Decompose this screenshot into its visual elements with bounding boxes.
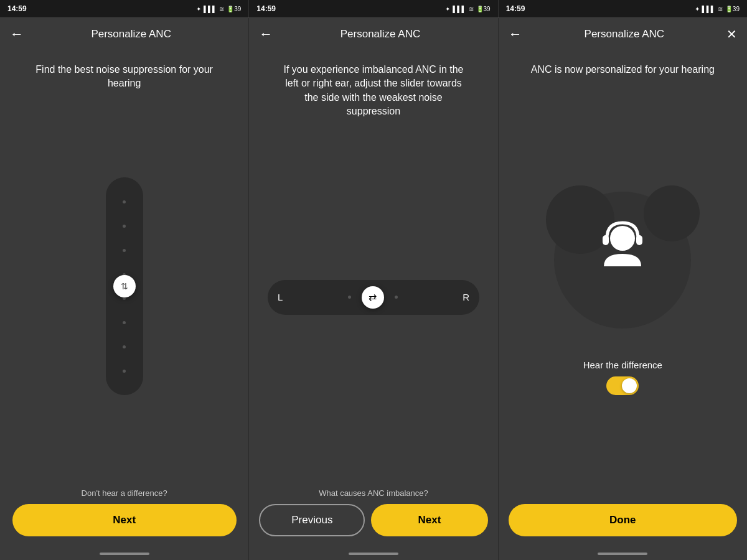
panel-2-title: Personalize ANC [273, 28, 487, 40]
wifi-icon-2: ≋ [469, 6, 474, 12]
panel-1: ← Personalize ANC Find the best noise su… [0, 18, 249, 548]
signal-icon: ▌▌▌ [204, 6, 217, 12]
panel-3: ← Personalize ANC ✕ ANC is now personali… [499, 18, 747, 548]
vertical-slider-thumb[interactable]: ⇅ [113, 275, 136, 297]
wifi-icon-3: ≋ [718, 6, 723, 12]
signal-icon-2: ▌▌▌ [453, 6, 466, 12]
vertical-slider-container: ⇅ [106, 97, 143, 476]
panel-2-buttons: Previous Next [259, 504, 487, 536]
panel-2-description: If you experience imbalanced ANC in the … [274, 63, 473, 119]
slider-dot-3 [123, 249, 126, 252]
panel-2-footer-link[interactable]: What causes ANC imbalance? [319, 488, 428, 498]
battery-icon: 🔋39 [227, 6, 241, 12]
time-1: 14:59 [7, 4, 27, 13]
vertical-slider-track[interactable]: ⇅ [106, 177, 143, 395]
headphone-icon-wrap [591, 217, 654, 281]
bluetooth-icon-3: ✦ [695, 6, 700, 12]
status-icons-1: ✦ ▌▌▌ ≋ 🔋39 [196, 6, 241, 12]
bluetooth-icon-2: ✦ [445, 6, 450, 12]
slider-dot-7 [123, 345, 126, 348]
status-bars: 14:59 ✦ ▌▌▌ ≋ 🔋39 14:59 ✦ ▌▌▌ ≋ 🔋39 14:5… [0, 0, 747, 17]
headphone-svg-icon [591, 217, 654, 279]
h-dot-1 [348, 296, 351, 299]
home-bar-2 [349, 553, 398, 555]
right-ear-cup [636, 235, 642, 245]
panel-2-footer: What causes ANC imbalance? Previous Next [249, 482, 497, 548]
thumb-arrows-icon: ⇅ [121, 282, 128, 291]
wifi-icon: ≋ [219, 6, 224, 12]
panel-1-footer-link[interactable]: Don't hear a difference? [82, 488, 167, 498]
panel-3-description: ANC is now personalized for your hearing [526, 63, 720, 77]
panel-3-title: Personalize ANC [522, 28, 726, 40]
slider-label-left: L [278, 292, 283, 302]
toggle-knob [622, 378, 637, 393]
previous-button-2[interactable]: Previous [259, 504, 365, 536]
done-button[interactable]: Done [509, 504, 737, 536]
panel-1-buttons: Next [10, 504, 238, 536]
status-icons-3: ✦ ▌▌▌ ≋ 🔋39 [695, 6, 740, 12]
close-button-3[interactable]: ✕ [726, 27, 737, 42]
panel-3-body: ANC is now personalized for your hearing [499, 50, 747, 498]
panel-1-body: Find the best noise suppression for your… [0, 50, 248, 482]
home-indicator-1 [0, 548, 249, 560]
slider-dot-2 [123, 225, 126, 228]
hear-difference-label: Hear the difference [583, 360, 662, 370]
status-bar-1: 14:59 ✦ ▌▌▌ ≋ 🔋39 [0, 0, 249, 17]
status-bar-2: 14:59 ✦ ▌▌▌ ≋ 🔋39 [249, 0, 498, 17]
panel-1-description: Find the best noise suppression for your… [25, 63, 224, 91]
home-bar-3 [598, 553, 647, 555]
left-ear-cup [603, 235, 609, 245]
h-slider-dots: ⇄ [283, 296, 463, 299]
shoulders-path [604, 254, 641, 266]
back-button-2[interactable]: ← [259, 27, 273, 41]
panel-1-title: Personalize ANC [24, 28, 238, 40]
horizontal-slider-track[interactable]: L ⇄ R [268, 280, 479, 315]
panel-1-footer: Don't hear a difference? Next [0, 482, 248, 548]
status-bar-3: 14:59 ✦ ▌▌▌ ≋ 🔋39 [499, 0, 747, 17]
slider-dot-8 [123, 370, 126, 373]
panel-2-body: If you experience imbalanced ANC in the … [249, 50, 497, 482]
battery-icon-3: 🔋39 [725, 6, 740, 12]
home-indicator-3 [499, 548, 747, 560]
next-button-2[interactable]: Next [371, 504, 487, 536]
headphone-illustration: Hear the difference [509, 77, 737, 492]
h-dot-4 [395, 296, 398, 299]
panel-2-header: ← Personalize ANC [249, 18, 497, 50]
hear-difference-toggle[interactable] [606, 376, 639, 395]
panel-3-header: ← Personalize ANC ✕ [499, 18, 747, 50]
slider-label-right: R [463, 292, 469, 302]
panel-2: ← Personalize ANC If you experience imba… [249, 18, 498, 548]
h-slider-thumb[interactable]: ⇄ [362, 286, 384, 309]
back-button-3[interactable]: ← [509, 27, 522, 41]
panel-3-footer: Done [499, 498, 747, 548]
hear-difference-section: Hear the difference [583, 360, 662, 395]
home-indicators [0, 548, 747, 560]
horizontal-slider-container: L ⇄ R [259, 119, 487, 476]
time-3: 14:59 [506, 4, 525, 13]
back-button-1[interactable]: ← [10, 27, 24, 41]
time-2: 14:59 [256, 4, 276, 13]
signal-icon-3: ▌▌▌ [702, 6, 715, 12]
next-button-1[interactable]: Next [12, 504, 237, 536]
head-circle [610, 226, 635, 251]
slider-dot-1 [123, 200, 126, 203]
status-icons-2: ✦ ▌▌▌ ≋ 🔋39 [445, 6, 490, 12]
h-thumb-arrows-icon: ⇄ [369, 291, 377, 303]
slider-dot-6 [123, 321, 126, 324]
panels-container: ← Personalize ANC Find the best noise su… [0, 17, 747, 548]
battery-icon-2: 🔋39 [476, 6, 491, 12]
panel-1-header: ← Personalize ANC [0, 18, 248, 50]
bluetooth-icon: ✦ [196, 6, 201, 12]
home-bar-1 [100, 553, 149, 555]
home-indicator-2 [249, 548, 498, 560]
